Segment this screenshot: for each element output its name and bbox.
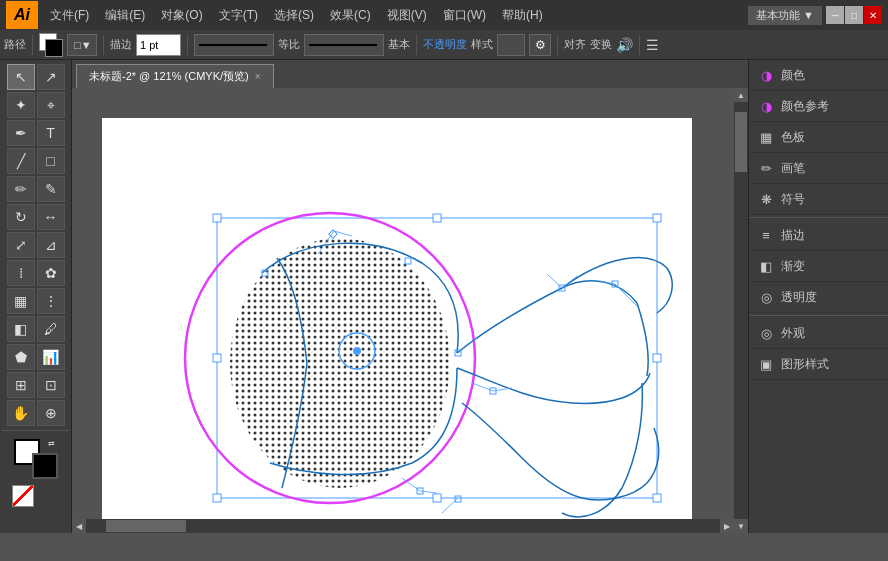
artboard-tool[interactable]: ⊞ [7,372,35,398]
blend-tool-2[interactable]: ⬟ [7,344,35,370]
h-scroll-track[interactable] [86,519,720,533]
close-button[interactable]: ✕ [864,6,882,24]
panel-color[interactable]: ◑ 颜色 [749,60,888,91]
select-tool[interactable]: ↖ [7,64,35,90]
menu-bar: 文件(F) 编辑(E) 对象(O) 文字(T) 选择(S) 效果(C) 视图(V… [42,5,744,26]
rect-tool[interactable]: □ [37,148,65,174]
scroll-thumb[interactable] [735,112,747,172]
document-tab[interactable]: 未标题-2* @ 121% (CMYK/预览) × [76,64,274,88]
panel-transparency[interactable]: ◎ 透明度 [749,282,888,313]
color-icon: ◑ [757,66,775,84]
canvas-scroll-area[interactable]: 如上图所示，一一选择我们需要的部分 ▲ ▼ ◀ ▶ [72,88,748,533]
toolbar-sep-2 [103,35,104,55]
paint-brush-tool[interactable]: ✏ [7,176,35,202]
pen-tool[interactable]: ✒ [7,120,35,146]
canvas-content: 如上图所示，一一选择我们需要的部分 [102,118,692,533]
reflect-tool[interactable]: ↔ [37,204,65,230]
panel-graphic-style[interactable]: ▣ 图形样式 [749,349,888,380]
shear-tool[interactable]: ⊿ [37,232,65,258]
stroke-color-btn[interactable] [39,33,63,57]
title-bar: Ai 文件(F) 编辑(E) 对象(O) 文字(T) 选择(S) 效果(C) 视… [0,0,888,30]
maximize-button[interactable]: □ [845,6,863,24]
tab-close-btn[interactable]: × [255,71,261,82]
appearance-icon: ◎ [757,324,775,342]
options-icon[interactable]: ☰ [646,37,659,53]
shape-selector[interactable]: □▼ [67,34,97,56]
stroke-icon: ≡ [757,226,775,244]
scroll-up-btn[interactable]: ▲ [734,88,748,102]
column-graph-tool[interactable]: ▦ [7,288,35,314]
main-area: ↖ ↗ ✦ ⌖ ✒ T ╱ □ ✏ ✎ ↻ ↔ ⤢ ⊿ ⁞ ✿ [0,60,888,533]
direct-select-tool[interactable]: ↗ [37,64,65,90]
menu-view[interactable]: 视图(V) [379,5,435,26]
gradient-tool[interactable]: ◧ [7,316,35,342]
panel-stroke[interactable]: ≡ 描边 [749,220,888,251]
bar-chart-icon[interactable]: 📊 [37,344,65,370]
menu-window[interactable]: 窗口(W) [435,5,494,26]
panel-divider-2 [749,315,888,316]
panel-stroke-label: 描边 [781,227,805,244]
opacity-label[interactable]: 不透明度 [423,37,467,52]
scroll-down-btn[interactable]: ▼ [734,519,748,533]
hand-tool[interactable]: ✋ [7,400,35,426]
menu-file[interactable]: 文件(F) [42,5,97,26]
panel-brush[interactable]: ✏ 画笔 [749,153,888,184]
lasso-tool[interactable]: ⌖ [37,92,65,118]
panel-symbol[interactable]: ❋ 符号 [749,184,888,215]
svg-rect-7 [213,494,221,502]
eyedropper-tool[interactable]: 🖊 [37,316,65,342]
type-tool[interactable]: T [37,120,65,146]
tool-divider-color [2,430,69,431]
pencil-tool[interactable]: ✎ [37,176,65,202]
tool-row-11: ⬟ 📊 [2,344,69,370]
color-ref-icon: ◑ [757,97,775,115]
panel-swatches[interactable]: ▦ 色板 [749,122,888,153]
zoom-tool[interactable]: ⊕ [37,400,65,426]
svg-rect-2 [213,214,221,222]
panel-color-ref[interactable]: ◑ 颜色参考 [749,91,888,122]
fill-btn [38,485,60,507]
menu-select[interactable]: 选择(S) [266,5,322,26]
rotate-tool[interactable]: ↻ [7,204,35,230]
panel-appearance[interactable]: ◎ 外观 [749,318,888,349]
transform-label: 变换 [590,37,612,52]
settings-btn[interactable]: ⚙ [529,34,551,56]
background-color[interactable] [32,453,58,479]
artwork-svg: 如上图所示，一一选择我们需要的部分 [102,118,692,533]
stroke-fill-row [2,485,69,507]
tool-row-1: ↖ ↗ [2,64,69,90]
menu-edit[interactable]: 编辑(E) [97,5,153,26]
workspace-btn[interactable]: 基本功能 ▼ [748,6,822,25]
v-scrollbar: ▲ ▼ [734,88,748,533]
minimize-button[interactable]: ─ [826,6,844,24]
menu-text[interactable]: 文字(T) [211,5,266,26]
swap-colors-icon[interactable]: ⇄ [48,439,58,449]
speaker-icon[interactable]: 🔊 [616,37,633,53]
tab-label: 未标题-2* @ 121% (CMYK/预览) [89,69,249,84]
scroll-right-btn[interactable]: ▶ [720,519,734,533]
toolbar: 路径 □▼ 描边 等比 基本 不透明度 样式 ⚙ 对齐 变换 🔊 ☰ [0,30,888,60]
h-scroll-thumb[interactable] [106,520,186,532]
menu-help[interactable]: 帮助(H) [494,5,551,26]
line-tool[interactable]: ╱ [7,148,35,174]
scale-tool[interactable]: ⤢ [7,232,35,258]
toolbar-sep-4 [416,35,417,55]
mesh-tool[interactable]: ⋮ [37,288,65,314]
none-btn[interactable] [12,485,34,507]
style-preview[interactable] [497,34,525,56]
panel-gradient[interactable]: ◧ 渐变 [749,251,888,282]
stroke-pattern-btn[interactable] [194,34,274,56]
stroke-width-input[interactable] [136,34,181,56]
line-style-btn[interactable] [304,34,384,56]
toolbar-sep-1 [32,35,33,55]
panel-graphic-style-label: 图形样式 [781,356,829,373]
symbol-icon: ❋ [757,190,775,208]
menu-object[interactable]: 对象(O) [153,5,210,26]
magic-wand-tool[interactable]: ✦ [7,92,35,118]
slice-tool[interactable]: ⊡ [37,372,65,398]
scroll-left-btn[interactable]: ◀ [72,519,86,533]
menu-effect[interactable]: 效果(C) [322,5,379,26]
scroll-track[interactable] [734,102,748,519]
blend-tool[interactable]: ⁞ [7,260,35,286]
symbol-sprayer-tool[interactable]: ✿ [37,260,65,286]
